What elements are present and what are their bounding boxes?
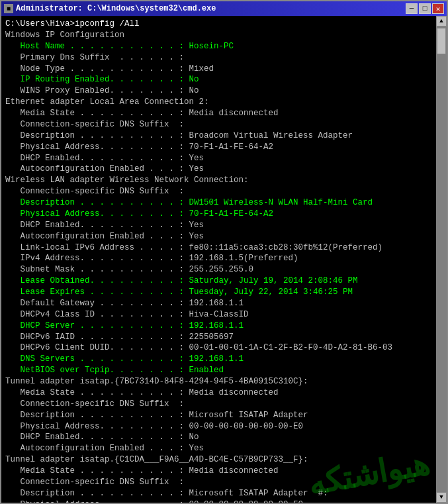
terminal-line: Host Name . . . . . . . . . . . : Hosein… bbox=[5, 41, 432, 52]
terminal-line: DHCP Enabled. . . . . . . . . . : No bbox=[5, 432, 432, 443]
terminal-line: Physical Address. . . . . . . . : 70-F1-… bbox=[5, 142, 432, 153]
terminal-line: DHCP Enabled. . . . . . . . . . : Yes bbox=[5, 220, 432, 231]
terminal-line: Connection-specific DNS Suffix : bbox=[5, 477, 432, 488]
terminal-line: DHCP Enabled. . . . . . . . . . : Yes bbox=[5, 153, 432, 164]
close-button[interactable]: ✕ bbox=[432, 3, 444, 14]
terminal-line: NetBIOS over Tcpip. . . . . . . : Enable… bbox=[5, 365, 432, 376]
terminal-line: DHCP Server . . . . . . . . . . : 192.16… bbox=[5, 321, 432, 332]
title-bar-title: Administrator: C:\Windows\system32\cmd.e… bbox=[16, 4, 216, 13]
title-bar-left: ■ Administrator: C:\Windows\system32\cmd… bbox=[4, 4, 216, 13]
terminal-line: DHCPv6 IAID . . . . . . . . . . : 225505… bbox=[5, 332, 432, 343]
scrollbar[interactable]: ▲ ▼ bbox=[436, 16, 447, 503]
maximize-button[interactable]: □ bbox=[419, 3, 431, 14]
terminal-line: Connection-specific DNS Suffix : bbox=[5, 119, 432, 130]
terminal-line: Physical Address. . . . . . . . : 00-00-… bbox=[5, 421, 432, 432]
terminal-output[interactable]: C:\Users\Hiva>ipconfig /AllWindows IP Co… bbox=[1, 16, 436, 503]
terminal-line: Tunnel adapter isatap.{7BC7314D-84F8-429… bbox=[5, 376, 432, 387]
title-bar-buttons: ─ □ ✕ bbox=[406, 3, 444, 14]
terminal-line: Description . . . . . . . . . . : Micros… bbox=[5, 410, 432, 421]
terminal-line: Ethernet adapter Local Area Connection 2… bbox=[5, 97, 432, 108]
scroll-track[interactable] bbox=[436, 26, 447, 492]
terminal-line: Primary Dns Suffix . . . . . . : bbox=[5, 52, 432, 64]
cmd-window: ■ Administrator: C:\Windows\system32\cmd… bbox=[0, 0, 448, 504]
terminal-line: Link-local IPv6 Address . . . . : fe80::… bbox=[5, 242, 432, 254]
terminal-line: Lease Expires . . . . . . . . . : Tuesda… bbox=[5, 287, 432, 298]
terminal-line: Media State . . . . . . . . . . : Media … bbox=[5, 108, 432, 119]
terminal-line: IP Routing Enabled. . . . . . . : No bbox=[5, 74, 432, 85]
content-area: C:\Users\Hiva>ipconfig /AllWindows IP Co… bbox=[1, 16, 447, 503]
scroll-up-arrow[interactable]: ▲ bbox=[436, 16, 447, 26]
terminal-line: Connection-specific DNS Suffix : bbox=[5, 399, 432, 410]
terminal-line: Node Type . . . . . . . . . . . : Mixed bbox=[5, 64, 432, 75]
terminal-line: Physical Address. . . . . . . . : 00-00-… bbox=[5, 499, 432, 503]
terminal-line: Autoconfiguration Enabled . . . : Yes bbox=[5, 443, 432, 454]
terminal-line: DNS Servers . . . . . . . . . . : 192.16… bbox=[5, 354, 432, 365]
terminal-line: Tunnel adapter isatap.{C1CDA___F9A6__A4D… bbox=[5, 454, 432, 466]
terminal-line: Lease Obtained. . . . . . . . . : Saturd… bbox=[5, 276, 432, 287]
terminal-line: Autoconfiguration Enabled . . . : Yes bbox=[5, 231, 432, 242]
terminal-line: DHCPv4 Class ID . . . . . . . . : Hiva-C… bbox=[5, 309, 432, 321]
terminal-line: Subnet Mask . . . . . . . . . . : 255.25… bbox=[5, 264, 432, 276]
terminal-line: Default Gateway . . . . . . . . : 192.16… bbox=[5, 298, 432, 309]
terminal-line: Windows IP Configuration bbox=[5, 30, 432, 41]
terminal-line: Description . . . . . . . . . . : DW1501… bbox=[5, 197, 432, 209]
terminal-line: Physical Address. . . . . . . . : 70-F1-… bbox=[5, 209, 432, 220]
terminal-line: Wireless LAN adapter Wireless Network Co… bbox=[5, 175, 432, 186]
terminal-line: Description . . . . . . . . . . : Micros… bbox=[5, 488, 432, 499]
cmd-icon: ■ bbox=[4, 4, 13, 13]
terminal-line: C:\Users\Hiva>ipconfig /All bbox=[5, 19, 432, 30]
terminal-line: Media State . . . . . . . . . . : Media … bbox=[5, 466, 432, 477]
title-bar: ■ Administrator: C:\Windows\system32\cmd… bbox=[1, 1, 447, 16]
terminal-line: DHCPv6 Client DUID. . . . . . . : 00-01-… bbox=[5, 342, 432, 354]
terminal-line: Connection-specific DNS Suffix : bbox=[5, 186, 432, 197]
terminal-line: Autoconfiguration Enabled . . . : Yes bbox=[5, 164, 432, 175]
scroll-thumb[interactable] bbox=[437, 28, 446, 54]
minimize-button[interactable]: ─ bbox=[406, 3, 418, 14]
terminal-line: Media State . . . . . . . . . . : Media … bbox=[5, 387, 432, 399]
scroll-down-arrow[interactable]: ▼ bbox=[436, 492, 447, 503]
terminal-line: WINS Proxy Enabled. . . . . . . : No bbox=[5, 85, 432, 97]
terminal-line: IPv4 Address. . . . . . . . . . : 192.16… bbox=[5, 253, 432, 264]
terminal-line: Description . . . . . . . . . . : Broadc… bbox=[5, 130, 432, 142]
